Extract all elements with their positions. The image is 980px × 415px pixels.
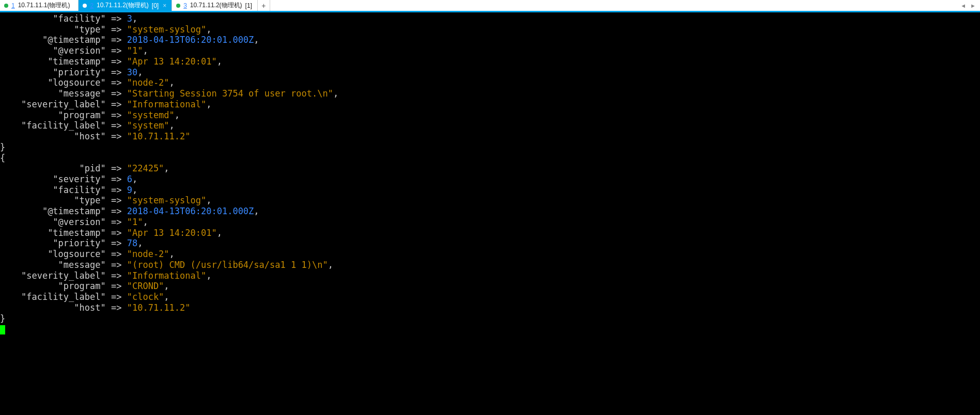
terminal-line: "timestamp" => "Apr 13 14:20:01", [0, 228, 980, 238]
terminal-output[interactable]: "facility" => 3, "type" => "system-syslo… [0, 12, 980, 415]
tab-suffix: [0] [152, 2, 159, 9]
terminal-line: "program" => "systemd", [0, 110, 980, 121]
tabbar-controls: ◄ ► [956, 0, 980, 11]
terminal-line: "priority" => 78, [0, 238, 980, 249]
terminal-line: "type" => "system-syslog", [0, 24, 980, 35]
tab-1[interactable]: 1 10.71.11.1(物理机) [0, 0, 79, 11]
tab-number: 2 [90, 2, 94, 9]
tab-label: 10.71.11.1(物理机) [18, 1, 70, 10]
status-dot-icon [4, 4, 8, 8]
terminal-line: "facility_label" => "system", [0, 120, 980, 131]
terminal-line: "severity_label" => "Informational", [0, 270, 980, 281]
add-tab-button[interactable]: + [258, 0, 270, 11]
terminal-line: } [0, 313, 980, 324]
tab-nav-right-icon[interactable]: ► [970, 3, 976, 9]
tab-label: 10.71.11.2(物理机) [190, 1, 242, 10]
terminal-cursor-line [0, 324, 980, 334]
terminal-line: "@timestamp" => 2018-04-13T06:20:01.000Z… [0, 35, 980, 45]
tab-number: 1 [11, 2, 15, 9]
tab-label: 10.71.11.2(物理机) [97, 1, 149, 10]
terminal-line: "severity_label" => "Informational", [0, 99, 980, 110]
close-icon[interactable]: × [163, 2, 166, 9]
terminal-line: "@version" => "1", [0, 45, 980, 56]
terminal-line: "host" => "10.71.11.2" [0, 302, 980, 313]
terminal-line: { [0, 153, 980, 164]
terminal-line: "priority" => 30, [0, 67, 980, 78]
tab-3[interactable]: 3 10.71.11.2(物理机) [1] [172, 0, 258, 11]
terminal-line: "message" => "Starting Session 3754 of u… [0, 88, 980, 99]
terminal-line: "message" => "(root) CMD (/usr/lib64/sa/… [0, 260, 980, 270]
status-dot-icon [83, 4, 87, 8]
terminal-line: "pid" => "22425", [0, 163, 980, 174]
terminal-line: "facility_label" => "clock", [0, 292, 980, 302]
tab-number: 3 [183, 2, 187, 9]
terminal-line: "facility" => 3, [0, 13, 980, 24]
terminal-line: "facility" => 9, [0, 185, 980, 196]
terminal-line: "program" => "CROND", [0, 281, 980, 292]
cursor-icon [0, 325, 5, 334]
terminal-line: "severity" => 6, [0, 174, 980, 185]
terminal-line: "logsource" => "node-2", [0, 77, 980, 88]
terminal-line: "host" => "10.71.11.2" [0, 131, 980, 142]
tab-suffix: [1] [245, 2, 252, 9]
tab-bar: 1 10.71.11.1(物理机) 2 10.71.11.2(物理机) [0] … [0, 0, 980, 12]
terminal-line: "logsource" => "node-2", [0, 249, 980, 260]
status-dot-icon [176, 4, 180, 8]
terminal-line: "@version" => "1", [0, 217, 980, 228]
terminal-line: "type" => "system-syslog", [0, 195, 980, 206]
tab-nav-left-icon[interactable]: ◄ [960, 3, 966, 9]
terminal-line: "@timestamp" => 2018-04-13T06:20:01.000Z… [0, 206, 980, 217]
tab-2[interactable]: 2 10.71.11.2(物理机) [0] × [79, 0, 172, 11]
terminal-line: } [0, 142, 980, 153]
tabbar-spacer [270, 0, 956, 11]
plus-icon: + [261, 2, 266, 10]
terminal-line: "timestamp" => "Apr 13 14:20:01", [0, 56, 980, 67]
